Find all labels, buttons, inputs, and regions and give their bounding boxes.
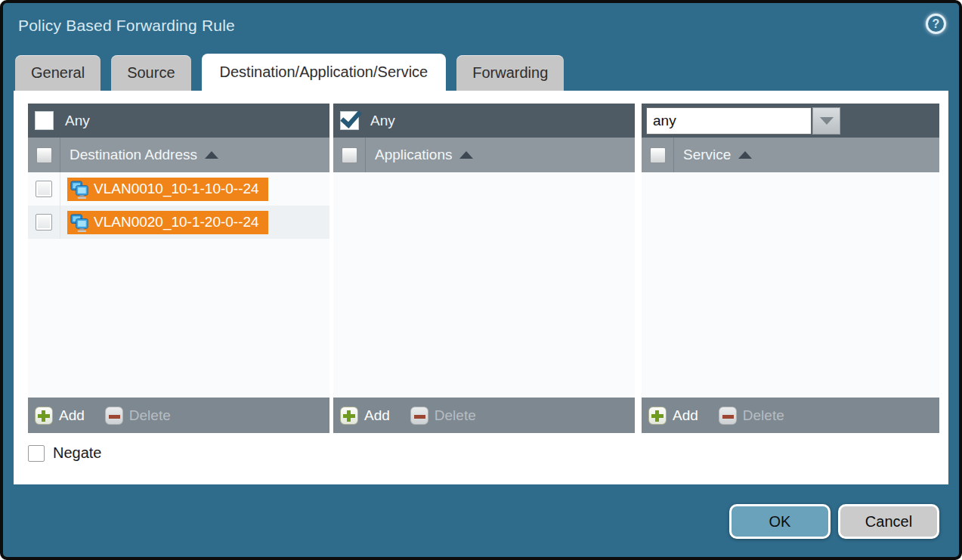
add-plus-icon: [340, 407, 358, 425]
service-select-all-checkbox[interactable]: [650, 147, 666, 163]
applications-panel: Any Applications Add: [333, 104, 635, 433]
destination-select-all-checkbox[interactable]: [36, 147, 52, 163]
delete-minus-icon: [410, 407, 428, 425]
row-checkbox-cell: [28, 172, 60, 206]
service-footer: Add Delete: [642, 398, 939, 433]
panel-columns: Any Destination Address: [28, 104, 939, 433]
destination-any-checkbox[interactable]: [35, 111, 54, 130]
add-button[interactable]: Add: [340, 407, 390, 425]
add-button-label: Add: [364, 407, 390, 424]
address-object-label: VLAN0020_10-1-20-0--24: [94, 214, 259, 230]
add-button-label: Add: [59, 407, 85, 424]
service-header-checkbox-cell: [642, 138, 674, 172]
service-list: [642, 172, 939, 398]
delete-minus-icon: [719, 407, 737, 425]
negate-row: Negate: [28, 444, 939, 462]
row-checkbox-cell: [28, 206, 60, 239]
cancel-button[interactable]: Cancel: [838, 504, 939, 539]
service-dropdown-button[interactable]: [812, 107, 840, 135]
delete-button[interactable]: Delete: [105, 407, 171, 425]
address-object-label: VLAN0010_10-1-10-0--24: [94, 181, 259, 197]
applications-select-all-checkbox[interactable]: [342, 147, 357, 163]
destination-any-label: Any: [65, 113, 90, 129]
address-object-chip[interactable]: VLAN0020_10-1-20-0--24: [67, 211, 268, 234]
negate-label: Negate: [53, 444, 102, 462]
address-object-icon: [70, 212, 90, 233]
applications-column-header[interactable]: Applications: [333, 138, 635, 172]
delete-button[interactable]: Delete: [719, 407, 784, 425]
sort-ascending-icon: [205, 151, 218, 159]
service-dropdown-bar: any: [642, 104, 939, 138]
destination-any-bar: Any: [28, 104, 329, 138]
service-column-header[interactable]: Service: [642, 138, 939, 172]
tab-destination-application-service[interactable]: Destination/Application/Service: [202, 54, 447, 91]
service-column-header-label: Service: [683, 147, 731, 163]
destination-footer: Add Delete: [28, 398, 329, 433]
delete-button[interactable]: Delete: [410, 407, 476, 425]
sort-ascending-icon: [738, 151, 752, 159]
applications-column-header-label: Applications: [375, 147, 452, 163]
applications-any-label: Any: [370, 113, 395, 129]
negate-checkbox[interactable]: [28, 445, 45, 462]
destination-header-checkbox-cell: [28, 138, 60, 172]
service-dropdown: any: [646, 107, 840, 135]
add-button[interactable]: Add: [648, 407, 698, 425]
destination-column-header-label: Destination Address: [70, 147, 197, 163]
add-button-label: Add: [673, 407, 698, 424]
dialog-buttons: OK Cancel: [729, 504, 939, 539]
applications-header-checkbox-cell: [333, 138, 366, 172]
destination-column-header[interactable]: Destination Address: [28, 138, 329, 172]
address-object-chip[interactable]: VLAN0010_10-1-10-0--24: [67, 178, 268, 201]
sort-ascending-icon: [459, 151, 473, 159]
tab-bar: General Source Destination/Application/S…: [15, 51, 959, 91]
policy-based-forwarding-dialog: Policy Based Forwarding Rule ? General S…: [0, 0, 962, 560]
chevron-down-icon: [820, 117, 834, 125]
ok-button[interactable]: OK: [729, 504, 831, 539]
tab-source[interactable]: Source: [111, 55, 190, 91]
delete-button-label: Delete: [435, 407, 476, 424]
dialog-titlebar: Policy Based Forwarding Rule ?: [3, 3, 959, 51]
applications-footer: Add Delete: [333, 398, 635, 433]
add-button[interactable]: Add: [35, 407, 85, 425]
tab-forwarding[interactable]: Forwarding: [456, 55, 564, 91]
destination-address-panel: Any Destination Address: [28, 104, 329, 433]
address-object-icon: [70, 179, 90, 200]
add-plus-icon: [35, 407, 53, 425]
tab-general[interactable]: General: [15, 55, 101, 91]
service-panel: any Service: [642, 104, 939, 433]
table-row[interactable]: VLAN0020_10-1-20-0--24: [28, 206, 329, 239]
table-row[interactable]: VLAN0010_10-1-10-0--24: [28, 172, 329, 206]
applications-any-checkbox[interactable]: [340, 111, 359, 130]
applications-list: [333, 172, 635, 398]
service-dropdown-value[interactable]: any: [646, 107, 812, 135]
row-checkbox[interactable]: [36, 181, 52, 197]
add-plus-icon: [648, 407, 667, 425]
destination-list: VLAN0010_10-1-10-0--24: [28, 172, 329, 398]
applications-any-bar: Any: [333, 104, 635, 138]
help-icon[interactable]: ?: [926, 14, 946, 34]
delete-button-label: Delete: [743, 407, 784, 424]
row-checkbox[interactable]: [36, 214, 52, 230]
delete-minus-icon: [105, 407, 123, 425]
dialog-title: Policy Based Forwarding Rule: [18, 17, 235, 35]
delete-button-label: Delete: [129, 407, 171, 424]
tab-content: Any Destination Address: [14, 91, 948, 484]
